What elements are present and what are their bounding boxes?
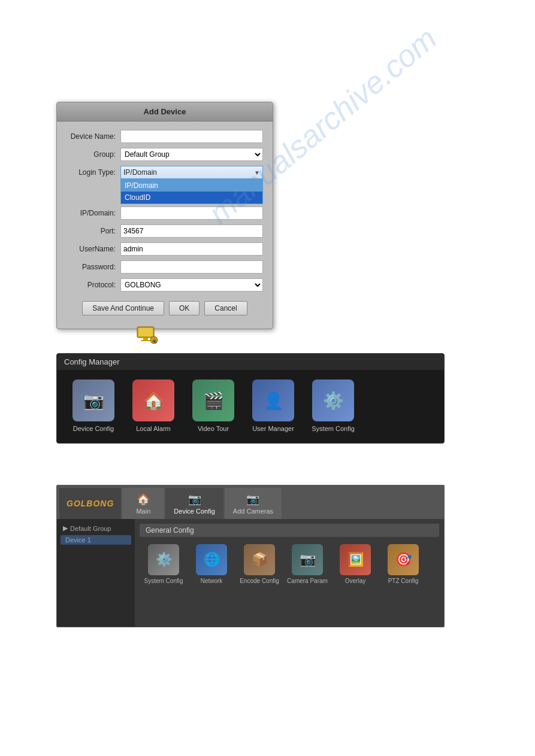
system-config-icon-box: ⚙️ xyxy=(312,379,354,421)
port-input[interactable] xyxy=(120,224,263,238)
device-layout: ▶ Default Group Device 1 General Config … xyxy=(57,519,444,627)
sub-ptz-icon: 🎯 xyxy=(395,552,412,567)
sub-encode-icon: 📦 xyxy=(252,552,268,567)
sub-icon-overlay[interactable]: 🖼️ Overlay xyxy=(334,544,377,584)
dropdown-arrow: ▼ xyxy=(254,169,260,176)
sub-encode-box: 📦 xyxy=(244,544,275,575)
video-tour-icon: 🎬 xyxy=(203,391,224,411)
config-icon-video-tour[interactable]: 🎬 Video Tour xyxy=(186,379,240,432)
sub-icon-ptz-config[interactable]: 🎯 PTZ Config xyxy=(382,544,425,584)
password-label: Password: xyxy=(67,263,120,271)
config-icon-local-alarm[interactable]: 🏠 Local Alarm xyxy=(126,379,180,432)
sub-icon-camera-param[interactable]: 📷 Camera Param xyxy=(286,544,329,584)
sub-camera-param-label: Camera Param xyxy=(287,578,328,584)
svg-rect-2 xyxy=(143,338,148,340)
group-select[interactable]: Default Group xyxy=(120,148,263,161)
sub-ptz-label: PTZ Config xyxy=(388,578,419,584)
login-type-option-cloudid[interactable]: CloudID xyxy=(121,192,262,204)
sub-overlay-box: 🖼️ xyxy=(340,544,371,575)
sub-system-config-label: System Config xyxy=(144,578,183,584)
port-label: Port: xyxy=(67,227,120,235)
tab-main-label: Main xyxy=(136,508,150,515)
add-device-dialog: Add Device Device Name: Group: Default G… xyxy=(56,102,273,329)
device-config-icon: 📷 xyxy=(83,391,104,411)
protocol-label: Protocol: xyxy=(67,281,120,289)
tab-add-cameras-label: Add Cameras xyxy=(233,508,273,515)
username-input[interactable] xyxy=(120,242,263,256)
local-alarm-icon: 🏠 xyxy=(143,391,164,411)
system-config-icon: ⚙️ xyxy=(323,391,344,411)
username-row: UserName: xyxy=(67,242,263,256)
sub-camera-param-icon: 📷 xyxy=(300,552,316,567)
sub-encode-label: Encode Config xyxy=(240,578,279,584)
group-header: ▶ Default Group xyxy=(61,523,131,534)
device-config-icon-label: Device Config xyxy=(73,425,114,432)
group-row: Group: Default Group xyxy=(67,148,263,161)
sub-system-config-icon: ⚙️ xyxy=(156,552,172,567)
dialog-title: Add Device xyxy=(57,102,273,122)
group-header-label: Default Group xyxy=(70,525,111,532)
tab-device-config[interactable]: 📷 Device Config xyxy=(165,488,223,519)
login-type-dropdown[interactable]: IP/Domain ▼ IP/Domain CloudID xyxy=(120,166,263,179)
device-name-row: Device Name: xyxy=(67,130,263,143)
login-type-value: IP/Domain xyxy=(123,168,157,177)
protocol-row: Protocol: GOLBONG xyxy=(67,278,263,292)
ok-button[interactable]: OK xyxy=(169,301,200,315)
config-manager-panel: Config Manager 📷 Device Config 🏠 Local A… xyxy=(56,353,445,444)
sub-icon-system-config[interactable]: ⚙️ System Config xyxy=(142,544,185,584)
sub-network-box: 🌐 xyxy=(196,544,227,575)
login-type-selected[interactable]: IP/Domain ▼ xyxy=(120,166,263,179)
password-input[interactable] xyxy=(120,260,263,274)
device-config-icon-box: 📷 xyxy=(72,379,114,421)
sub-icon-network[interactable]: 🌐 Network xyxy=(190,544,233,584)
sub-icon-encode-config[interactable]: 📦 Encode Config xyxy=(238,544,281,584)
video-tour-icon-label: Video Tour xyxy=(198,425,229,432)
svg-rect-3 xyxy=(141,340,150,341)
general-config-title: General Config xyxy=(140,524,439,537)
video-tour-icon-box: 🎬 xyxy=(192,379,234,421)
sub-icon-grid: ⚙️ System Config 🌐 Network 📦 Encode Conf… xyxy=(140,542,439,587)
ip-domain-label: IP/Domain: xyxy=(67,209,120,217)
sub-overlay-icon: 🖼️ xyxy=(347,552,364,567)
device-name-input[interactable] xyxy=(120,130,263,143)
user-manager-icon: 👤 xyxy=(263,391,284,411)
user-manager-icon-label: User Manager xyxy=(252,425,294,432)
login-type-option-ipdomain[interactable]: IP/Domain xyxy=(121,180,262,192)
tab-add-cameras[interactable]: 📷 Add Cameras xyxy=(225,488,282,519)
sub-ptz-box: 🎯 xyxy=(388,544,419,575)
sub-network-label: Network xyxy=(201,578,223,584)
local-alarm-icon-box: 🏠 xyxy=(132,379,174,421)
svg-text:🔌: 🔌 xyxy=(151,338,157,344)
config-manager-icon-grid: 📷 Device Config 🏠 Local Alarm 🎬 Video To… xyxy=(57,375,444,437)
device-config-panel: GOLBONG 🏠 Main 📷 Device Config 📷 Add Cam… xyxy=(56,485,445,627)
save-and-continue-button[interactable]: Save And Continue xyxy=(82,301,164,315)
svg-rect-1 xyxy=(138,328,153,336)
tab-add-cameras-icon: 📷 xyxy=(246,493,259,506)
ip-domain-input[interactable] xyxy=(120,207,263,220)
left-sidebar: ▶ Default Group Device 1 xyxy=(57,519,135,627)
sub-camera-param-box: 📷 xyxy=(292,544,323,575)
config-icon-user-manager[interactable]: 👤 User Manager xyxy=(246,379,300,432)
local-alarm-icon-label: Local Alarm xyxy=(136,425,170,432)
sidebar-device-item[interactable]: Device 1 xyxy=(61,535,131,545)
user-manager-icon-box: 👤 xyxy=(252,379,294,421)
port-row: Port: xyxy=(67,224,263,238)
sub-system-config-box: ⚙️ xyxy=(148,544,179,575)
username-label: UserName: xyxy=(67,245,120,253)
group-expand-icon[interactable]: ▶ xyxy=(63,524,68,532)
dialog-body: Device Name: Group: Default Group Login … xyxy=(57,122,273,329)
protocol-select[interactable]: GOLBONG xyxy=(120,278,263,292)
group-label: Group: xyxy=(67,150,120,159)
login-type-options-list: IP/Domain CloudID xyxy=(120,179,263,204)
device-name-label: Device Name: xyxy=(67,132,120,141)
system-config-icon-label: System Config xyxy=(312,425,355,432)
tab-main[interactable]: 🏠 Main xyxy=(122,488,164,519)
tab-device-config-label: Device Config xyxy=(174,508,214,515)
network-icon[interactable]: 🔌 xyxy=(135,323,159,347)
config-icon-device-config[interactable]: 📷 Device Config xyxy=(67,379,120,432)
right-content: General Config ⚙️ System Config 🌐 Networ… xyxy=(135,519,444,627)
config-icon-system-config[interactable]: ⚙️ System Config xyxy=(306,379,360,432)
cancel-button[interactable]: Cancel xyxy=(204,301,247,315)
sub-network-icon: 🌐 xyxy=(204,552,220,567)
network-icon-area: 🔌 xyxy=(135,323,159,347)
